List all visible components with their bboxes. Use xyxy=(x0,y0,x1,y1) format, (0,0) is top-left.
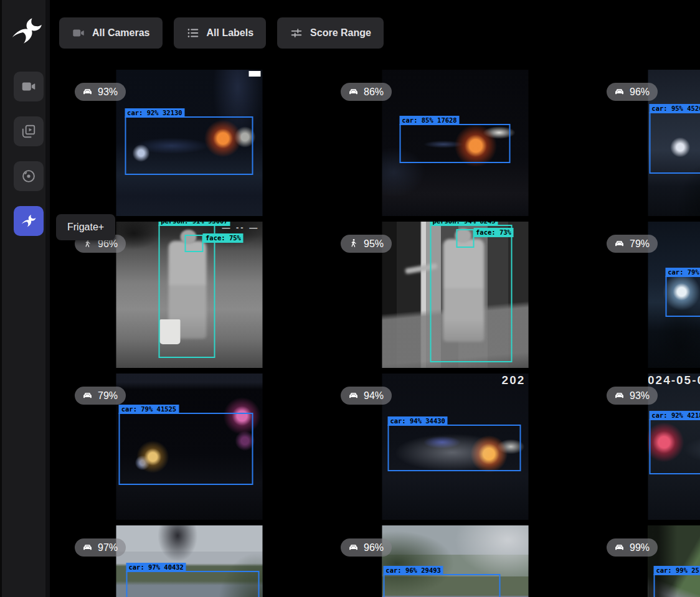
filter-bar: All Cameras All Labels Score Range xyxy=(59,17,384,49)
bounding-box: face: 73% xyxy=(456,229,474,248)
bounding-box: car: 79% xyxy=(665,276,700,317)
bounding-box-label: car: 79% 41525 xyxy=(119,405,179,414)
bounding-box-label: car: 85% 17628 xyxy=(399,116,460,125)
detection-snapshot: car: 96% 29493 xyxy=(382,525,528,597)
all-labels-filter-button[interactable]: All Labels xyxy=(174,17,267,49)
score-badge-label: 86% xyxy=(364,87,384,98)
score-badge: 86% xyxy=(341,83,392,101)
person-icon xyxy=(348,238,359,250)
bounding-box: car: 94% 34430 xyxy=(387,425,521,471)
detection-snapshot: car: 79% 41525 xyxy=(116,374,262,520)
sidebar xyxy=(0,0,50,597)
car-icon xyxy=(613,86,625,98)
car-icon xyxy=(82,542,93,553)
bounding-box-label: face: 73% xyxy=(473,228,514,237)
detection-card[interactable]: car: 94% 34430202 94% xyxy=(326,374,584,520)
bounding-box-label: car: 96% 29493 xyxy=(383,566,443,575)
score-badge-label: 93% xyxy=(98,87,118,98)
score-range-filter-button[interactable]: Score Range xyxy=(277,17,384,49)
detection-snapshot: car: 92% 32130 xyxy=(116,70,262,216)
score-badge: 96% xyxy=(341,538,392,557)
overlay-mark xyxy=(249,71,261,76)
bounding-box-label: person: 94% 8245 xyxy=(430,222,498,226)
bounding-box-label: car: 99% 25 xyxy=(653,566,700,575)
detection-snapshot: car: 85% 17628 xyxy=(382,70,528,216)
car-icon xyxy=(613,390,625,402)
car-icon xyxy=(348,542,359,553)
detection-snapshot: car: 94% 34430202 xyxy=(382,374,528,520)
car-icon xyxy=(82,390,93,402)
score-badge-label: 79% xyxy=(98,390,118,402)
sidebar-nav xyxy=(14,72,44,236)
detection-card[interactable]: car: 95% 45260 96% xyxy=(592,70,700,216)
score-badge: 93% xyxy=(607,387,658,405)
bounding-box-label: car: 97% 40432 xyxy=(126,563,186,572)
detection-card[interactable]: car: 79% 79% xyxy=(592,222,700,368)
bounding-box-label: car: 79% xyxy=(665,268,700,277)
score-badge: 97% xyxy=(75,538,126,557)
car-icon xyxy=(613,238,625,250)
detection-snapshot: car: 97% 40432 xyxy=(116,525,262,597)
detection-snapshot: car: 99% 25 xyxy=(648,525,700,597)
score-badge: 93% xyxy=(75,83,126,101)
detection-grid: car: 92% 32130 93% car: 85% 17628 xyxy=(60,70,700,597)
score-badge-label: 95% xyxy=(364,238,384,250)
review-icon xyxy=(21,123,37,139)
detection-card[interactable]: car: 85% 17628 86% xyxy=(326,70,584,216)
score-badge-label: 94% xyxy=(364,390,384,402)
score-badge: 95% xyxy=(341,235,392,253)
bounding-box: car: 92% 4218 xyxy=(649,419,700,474)
score-badge: 99% xyxy=(607,538,658,557)
tooltip-label: Frigate+ xyxy=(67,222,104,232)
score-badge-label: 99% xyxy=(630,542,650,553)
detection-card[interactable]: car: 92% 32130 93% xyxy=(60,70,318,216)
bounding-box: car: 79% 41525 xyxy=(119,413,253,484)
detection-card[interactable]: car: 97% 40432 97% xyxy=(60,525,318,597)
bounding-box: car: 85% 17628 xyxy=(399,124,511,163)
frigate-plus-tooltip: Frigate+ xyxy=(56,214,115,240)
bounding-box-label: car: 95% 45260 xyxy=(649,104,700,113)
sidebar-item-live[interactable] xyxy=(14,72,44,101)
sliders-icon xyxy=(290,26,303,40)
bounding-box: car: 92% 32130 xyxy=(125,116,253,175)
filter-label: All Cameras xyxy=(92,27,150,39)
camera-icon xyxy=(21,78,37,95)
car-icon xyxy=(348,86,359,98)
bounding-box: car: 99% 25 xyxy=(653,574,700,597)
bounding-box-label: car: 92% 32130 xyxy=(125,108,185,118)
score-badge: 79% xyxy=(607,235,658,253)
export-icon xyxy=(21,168,37,184)
detection-card[interactable]: car: 96% 29493 96% xyxy=(326,525,584,597)
score-badge: 79% xyxy=(75,387,126,405)
score-badge: 94% xyxy=(341,387,392,405)
bounding-box-label: car: 94% 34430 xyxy=(387,416,448,426)
bounding-box-label: car: 92% 4218 xyxy=(649,411,700,420)
car-icon xyxy=(613,542,625,553)
all-cameras-filter-button[interactable]: All Cameras xyxy=(59,17,163,49)
detection-snapshot: person: 94% 8245face: 73% xyxy=(382,222,528,368)
detection-card[interactable]: car: 79% 41525 79% xyxy=(60,374,318,520)
sidebar-item-review[interactable] xyxy=(14,116,44,146)
filter-label: Score Range xyxy=(310,27,371,39)
bounding-box-label: person: 91% 93007 xyxy=(158,222,230,226)
sidebar-item-frigate-plus[interactable] xyxy=(14,206,44,236)
camera-icon xyxy=(72,26,85,40)
detection-card[interactable]: person: 94% 8245face: 73% 95% xyxy=(326,222,584,368)
score-badge: 96% xyxy=(607,83,658,101)
filter-label: All Labels xyxy=(207,27,254,39)
bounding-box: car: 97% 40432 xyxy=(126,571,259,597)
score-badge-label: 97% xyxy=(98,542,118,553)
score-badge-label: 96% xyxy=(630,87,650,98)
car-icon xyxy=(82,86,93,98)
detection-card[interactable]: car: 99% 25 99% xyxy=(592,525,700,597)
score-badge-label: 96% xyxy=(364,542,384,553)
frigate-logo-icon xyxy=(10,17,44,47)
detection-card[interactable]: person: 91% 93007face: 75%— -- — 96% xyxy=(60,222,318,368)
list-icon xyxy=(186,26,200,40)
overlay-mark: 202 xyxy=(502,374,526,387)
bounding-box-label: face: 75% xyxy=(203,233,244,243)
detection-card[interactable]: car: 92% 4218024-05-0 93% xyxy=(592,374,700,520)
score-badge-label: 79% xyxy=(630,238,650,250)
sidebar-item-export[interactable] xyxy=(14,161,44,191)
bounding-box: face: 75% xyxy=(184,235,204,252)
